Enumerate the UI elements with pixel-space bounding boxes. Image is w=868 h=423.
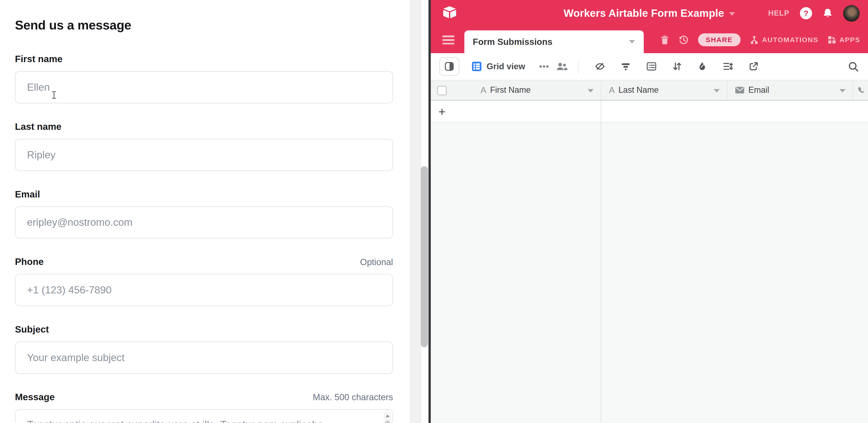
phone-field[interactable]	[15, 274, 393, 306]
help-button[interactable]: HELP	[768, 9, 789, 18]
field-group-message: Message Max. 500 characters Tenetur opti…	[15, 392, 393, 423]
column-header-first-name[interactable]: A First Name	[431, 80, 601, 100]
view-name-label: Grid view	[487, 61, 525, 71]
user-avatar[interactable]	[843, 5, 860, 22]
share-button[interactable]: SHARE	[698, 33, 741, 46]
apps-icon	[828, 36, 836, 44]
message-scrollbar-thumb[interactable]	[385, 421, 390, 423]
first-name-input[interactable]	[15, 71, 393, 103]
phone-field-type-icon	[857, 86, 866, 95]
last-name-label: Last name	[15, 121, 61, 132]
email-label: Email	[15, 189, 40, 200]
airtable-tabbar: Form Submissions SHARE	[431, 27, 868, 53]
tabbar-right-cluster: SHARE AUTOMATIONS	[660, 27, 860, 53]
contact-form-pane: Send us a message First name Last name E…	[0, 0, 429, 423]
message-label: Message	[15, 392, 55, 402]
email-field-type-icon	[735, 87, 744, 94]
collaborators-icon[interactable]	[556, 62, 568, 71]
base-title-chevron-down-icon[interactable]	[729, 12, 735, 16]
base-title[interactable]: Workers Airtable Form Example	[563, 7, 724, 19]
sort-icon[interactable]	[673, 62, 682, 71]
message-maxlength-note: Max. 500 characters	[313, 392, 393, 402]
frozen-column-divider	[600, 101, 601, 423]
automations-button[interactable]: AUTOMATIONS	[750, 35, 818, 44]
column-header-email[interactable]: Email	[727, 80, 853, 100]
view-toolbar: Grid view	[431, 53, 868, 80]
grid-view-icon	[472, 61, 482, 71]
field-group-first-name: First name	[15, 54, 393, 103]
column-chevron-down-icon[interactable]	[714, 89, 720, 92]
airtable-topbar: Workers Airtable Form Example HELP ?	[431, 0, 868, 27]
screenshot-stage: Send us a message First name Last name E…	[0, 0, 868, 423]
column-chevron-down-icon[interactable]	[839, 89, 845, 92]
sidebar-toggle-icon	[444, 62, 454, 71]
apps-button[interactable]: APPS	[828, 36, 860, 44]
grid-header-row: A First Name A Last Name Email	[431, 80, 868, 101]
tab-form-submissions[interactable]: Form Submissions	[464, 30, 644, 53]
hamburger-menu-icon[interactable]	[442, 35, 455, 47]
topbar-right-cluster: HELP ?	[768, 0, 860, 27]
text-field-type-icon: A	[609, 85, 615, 95]
select-all-checkbox[interactable]	[437, 86, 447, 95]
hide-fields-icon[interactable]	[595, 62, 605, 71]
message-scrollbar[interactable]	[384, 411, 392, 423]
column-header-phone[interactable]: Phone	[853, 80, 868, 100]
email-field[interactable]	[15, 206, 393, 239]
airtable-pane: Workers Airtable Form Example HELP ? For…	[431, 0, 868, 423]
help-question-icon[interactable]: ?	[800, 7, 812, 19]
last-name-input[interactable]	[15, 139, 393, 171]
view-sidebar-toggle-button[interactable]	[439, 57, 460, 76]
window-divider	[429, 0, 431, 423]
bell-icon[interactable]	[823, 8, 833, 19]
plus-icon: +	[438, 105, 445, 119]
grid-empty-area[interactable]	[431, 123, 868, 423]
field-group-email: Email	[15, 189, 393, 238]
phone-optional-note: Optional	[360, 257, 393, 267]
subject-label: Subject	[15, 324, 49, 335]
scroll-up-arrow-icon[interactable]	[385, 415, 390, 417]
text-cursor-icon	[52, 91, 57, 99]
trash-icon[interactable]	[660, 35, 669, 44]
phone-label: Phone	[15, 256, 44, 267]
text-field-type-icon: A	[480, 85, 486, 95]
filter-icon[interactable]	[621, 62, 630, 71]
group-icon[interactable]	[647, 62, 656, 71]
history-icon[interactable]	[679, 35, 689, 45]
toolbar-divider	[579, 59, 579, 74]
row-height-icon[interactable]	[723, 62, 733, 71]
table-tab-chevron-down-icon[interactable]	[629, 40, 635, 43]
field-group-last-name: Last name	[15, 121, 393, 171]
page-title: Send us a message	[15, 18, 131, 32]
automations-icon	[750, 35, 759, 44]
field-group-phone: Phone Optional	[15, 256, 393, 306]
view-switcher-grid-view[interactable]: Grid view	[472, 61, 525, 71]
column-chevron-down-icon[interactable]	[588, 89, 594, 92]
color-icon[interactable]	[698, 62, 707, 71]
share-view-icon[interactable]	[749, 62, 758, 71]
first-name-label: First name	[15, 54, 63, 64]
field-group-subject: Subject	[15, 324, 393, 373]
view-more-options-icon[interactable]	[539, 65, 542, 68]
add-row-button[interactable]: +	[431, 101, 868, 122]
search-icon[interactable]	[848, 61, 859, 72]
message-placeholder-text: Tenetur optio quaerat expedita vero et i…	[27, 419, 374, 423]
page-scrollbar[interactable]	[410, 0, 421, 423]
subject-field[interactable]	[15, 341, 393, 374]
message-textarea[interactable]: Tenetur optio quaerat expedita vero et i…	[15, 409, 393, 423]
page-scrollbar-thumb[interactable]	[421, 166, 428, 347]
column-header-last-name[interactable]: A Last Name	[601, 80, 727, 100]
